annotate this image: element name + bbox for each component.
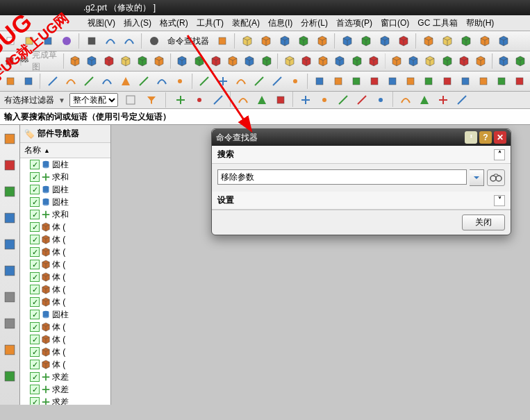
checkbox-icon[interactable]: ✓ (30, 285, 40, 294)
modeling-button[interactable] (208, 53, 223, 69)
modeling-button[interactable] (474, 53, 488, 69)
modeling-button[interactable] (440, 53, 454, 69)
side-tab[interactable] (1, 236, 18, 253)
redo-button[interactable] (121, 33, 138, 49)
tree-item[interactable]: ✓圆柱 (20, 196, 110, 208)
snap-button[interactable] (435, 92, 452, 108)
tree-item[interactable]: ✓体 ( (20, 296, 110, 308)
checkbox-icon[interactable]: ✓ (30, 372, 40, 382)
menu-item[interactable]: 信息(I) (264, 17, 297, 29)
tree-item[interactable]: ✓圆柱 (20, 308, 110, 321)
undo-button[interactable] (102, 33, 119, 49)
feature-button[interactable] (395, 33, 412, 49)
filter-icon-2[interactable] (143, 92, 160, 108)
menu-item[interactable]: 首选项(P) (332, 17, 376, 29)
checkbox-icon[interactable]: ✓ (30, 385, 40, 394)
dialog-reset-button[interactable]: ᶦ (465, 131, 477, 144)
feature-button[interactable] (258, 33, 274, 49)
modeling-button[interactable] (349, 53, 364, 69)
modeling-button[interactable] (513, 53, 528, 69)
modeling-button[interactable] (366, 53, 381, 69)
snap-button[interactable] (316, 92, 333, 108)
dialog-help-button[interactable]: ? (479, 131, 492, 144)
modeling-button[interactable] (135, 53, 150, 69)
checkbox-icon[interactable]: ✓ (30, 235, 40, 244)
menu-item[interactable]: GC 工具箱 (413, 17, 461, 29)
snap-button[interactable] (335, 92, 351, 108)
view-button[interactable] (403, 73, 419, 90)
checkbox-icon[interactable]: ✓ (30, 247, 40, 257)
feature-button[interactable] (376, 33, 393, 49)
checkbox-icon[interactable]: ✓ (30, 260, 40, 269)
view-button[interactable] (512, 73, 528, 90)
settings-section-header[interactable]: 设置 ˅ (212, 192, 511, 210)
tree-item[interactable]: ✓体 ( (20, 233, 110, 246)
menu-item[interactable]: 工具(T) (192, 17, 228, 29)
snap-button[interactable] (297, 92, 314, 108)
collapse-icon[interactable]: ˄ (494, 149, 505, 160)
side-tab[interactable] (1, 183, 18, 200)
modeling-button[interactable] (406, 53, 421, 69)
checkbox-icon[interactable]: ✓ (30, 160, 40, 169)
close-button[interactable]: 关闭 (462, 215, 505, 230)
modeling-button[interactable] (85, 53, 99, 69)
snap-button[interactable] (254, 92, 270, 108)
modeling-button[interactable] (423, 53, 438, 69)
checkbox-icon[interactable]: ✓ (30, 210, 40, 219)
sketch-tool[interactable] (269, 73, 285, 90)
feature-button[interactable] (458, 33, 474, 49)
feature-button[interactable] (495, 33, 512, 49)
text-A-icon[interactable] (2, 53, 17, 69)
view-button[interactable] (421, 73, 437, 90)
snap-button[interactable] (416, 92, 433, 108)
side-tab[interactable] (1, 289, 18, 305)
filter-icon-1[interactable] (122, 92, 139, 108)
side-tab[interactable] (1, 342, 18, 358)
tree-item[interactable]: ✓体 ( (20, 358, 110, 371)
tree-item[interactable]: ✓求和 (20, 208, 110, 221)
tree-item[interactable]: ✓体 ( (20, 258, 110, 271)
view-button[interactable] (330, 73, 346, 90)
sketch-tool[interactable] (81, 73, 97, 90)
command-finder-label[interactable]: 命令查找器 (165, 35, 212, 47)
view-button[interactable] (385, 73, 401, 90)
menu-item[interactable]: 窗口(O) (376, 17, 413, 29)
chevron-down-icon[interactable]: ▼ (58, 96, 65, 104)
tree-item[interactable]: ✓圆柱 (20, 183, 110, 196)
modeling-button[interactable] (242, 53, 257, 69)
snap-button[interactable] (235, 92, 251, 108)
sketch-tool[interactable] (99, 73, 115, 90)
snap-button[interactable] (454, 92, 470, 108)
checkbox-icon[interactable]: ✓ (30, 222, 40, 232)
snap-button[interactable] (372, 92, 389, 108)
side-tab[interactable] (1, 131, 18, 147)
checkbox-icon[interactable]: ✓ (30, 322, 40, 332)
snap-button[interactable] (354, 92, 370, 108)
navigator-column-header[interactable]: 名称 ▲ (20, 143, 110, 158)
view-button[interactable] (475, 73, 491, 90)
side-tab[interactable] (1, 262, 18, 279)
dialog-titlebar[interactable]: 命令查找器 ᶦ ? ✕ (212, 129, 511, 146)
view-button[interactable] (366, 73, 382, 90)
tree-item[interactable]: ✓求差 (20, 371, 110, 383)
tree-item[interactable]: ✓体 ( (20, 321, 110, 333)
tree-item[interactable]: ✓圆柱 (20, 158, 110, 171)
sketch-tool[interactable] (233, 73, 249, 90)
modeling-button[interactable] (333, 53, 347, 69)
view-button[interactable] (457, 73, 473, 90)
sketch-tool[interactable] (154, 73, 169, 90)
modeling-button[interactable] (389, 53, 404, 69)
snap-button[interactable] (210, 92, 226, 108)
modeling-button[interactable] (226, 53, 240, 69)
modeling-button[interactable] (101, 53, 116, 69)
checkbox-icon[interactable]: ✓ (30, 185, 40, 194)
side-tab[interactable] (1, 157, 18, 174)
checkbox-icon[interactable]: ✓ (30, 172, 40, 182)
feature-button[interactable] (439, 33, 456, 49)
menu-item[interactable]: 帮助(H) (462, 17, 499, 29)
view-button[interactable] (348, 73, 364, 90)
modeling-button[interactable] (282, 53, 297, 69)
snap-button[interactable] (272, 92, 289, 108)
sketch-tool[interactable] (117, 73, 133, 90)
sketch-tool[interactable] (63, 73, 78, 90)
